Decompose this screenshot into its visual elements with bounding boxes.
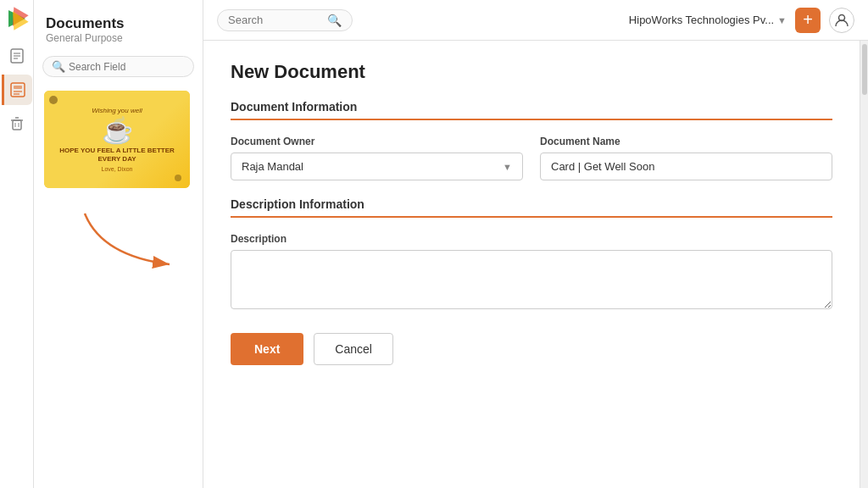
sidebar-search-icon: 🔍 bbox=[52, 60, 65, 73]
docname-input[interactable] bbox=[540, 152, 832, 180]
thumb-dot-2 bbox=[175, 175, 181, 181]
svg-rect-8 bbox=[14, 86, 22, 89]
document-thumbnail[interactable]: Wishing you well ☕ HOPE YOU FEEL A LITTL… bbox=[44, 91, 190, 188]
next-button[interactable]: Next bbox=[231, 333, 303, 365]
sidebar-search-input[interactable] bbox=[69, 61, 185, 73]
docname-label: Document Name bbox=[540, 136, 832, 147]
topbar-search-input[interactable] bbox=[228, 14, 327, 26]
sidebar-item-templates[interactable] bbox=[2, 75, 32, 105]
thumb-main-text: HOPE YOU FEEL A LITTLE BETTER EVERY DAY bbox=[51, 147, 183, 164]
company-name: HipoWorks Technologies Pv... bbox=[629, 14, 774, 26]
owner-group: Document Owner Raja Mandal ▼ bbox=[231, 136, 523, 180]
company-chevron-icon: ▼ bbox=[777, 15, 787, 25]
button-row: Next Cancel bbox=[231, 333, 832, 365]
owner-chevron-icon: ▼ bbox=[503, 162, 512, 172]
topbar: 🔍 HipoWorks Technologies Pv... ▼ + bbox=[203, 0, 868, 41]
owner-label: Document Owner bbox=[231, 136, 523, 147]
topbar-search-container[interactable]: 🔍 bbox=[217, 9, 353, 31]
sidebar-title: Documents bbox=[34, 8, 203, 32]
arrow-annotation bbox=[34, 205, 203, 273]
scrollbar-thumb[interactable] bbox=[862, 44, 867, 95]
topbar-right: HipoWorks Technologies Pv... ▼ + bbox=[629, 8, 854, 33]
app-logo[interactable] bbox=[5, 7, 29, 30]
add-button[interactable]: + bbox=[795, 8, 821, 33]
topbar-search-icon: 🔍 bbox=[327, 14, 342, 27]
thumb-cup-icon: ☕ bbox=[102, 118, 133, 143]
cancel-button[interactable]: Cancel bbox=[314, 333, 393, 365]
thumb-sub-text: Love, Dixon bbox=[102, 166, 133, 172]
arrow-svg bbox=[34, 205, 203, 273]
sidebar-item-trash[interactable] bbox=[2, 108, 32, 139]
sidebar-item-documents[interactable] bbox=[2, 41, 32, 71]
section2-title: Description Information bbox=[231, 197, 832, 218]
owner-select[interactable]: Raja Mandal ▼ bbox=[231, 152, 523, 180]
thumb-top-text: Wishing you well bbox=[92, 107, 142, 114]
thumb-dot-1 bbox=[49, 96, 58, 104]
desc-textarea[interactable] bbox=[231, 250, 832, 309]
icon-bar bbox=[0, 0, 34, 488]
owner-value: Raja Mandal bbox=[242, 160, 303, 173]
sidebar: Documents General Purpose 🔍 Wishing you … bbox=[34, 0, 203, 488]
sidebar-subtitle: General Purpose bbox=[34, 32, 203, 51]
svg-rect-11 bbox=[13, 120, 21, 130]
main-content: 🔍 HipoWorks Technologies Pv... ▼ + New D… bbox=[203, 0, 868, 488]
desc-label: Description bbox=[231, 233, 832, 245]
company-selector[interactable]: HipoWorks Technologies Pv... ▼ bbox=[629, 14, 787, 26]
docname-group: Document Name bbox=[540, 136, 832, 180]
sidebar-search-container[interactable]: 🔍 bbox=[42, 56, 194, 77]
user-button[interactable] bbox=[829, 8, 854, 33]
desc-group: Description bbox=[231, 233, 832, 309]
page-title: New Document bbox=[231, 61, 832, 83]
scrollbar[interactable] bbox=[860, 41, 868, 488]
form-row-1: Document Owner Raja Mandal ▼ Document Na… bbox=[231, 136, 832, 180]
section1-title: Document Information bbox=[231, 100, 832, 120]
form-content: New Document Document Information Docume… bbox=[203, 41, 860, 488]
